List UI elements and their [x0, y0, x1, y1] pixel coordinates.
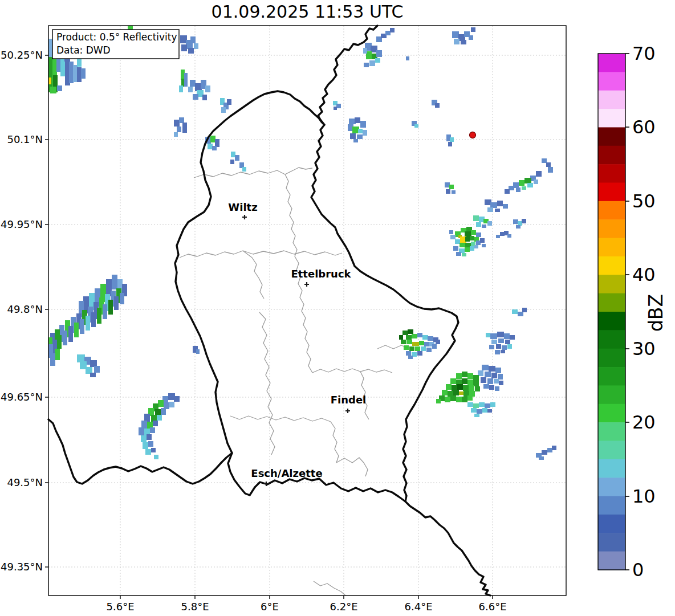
radar-cell	[507, 234, 511, 238]
colorbar-band	[598, 330, 625, 349]
radar-cell	[547, 448, 552, 452]
colorbar: 706050403020100 dBZ	[598, 43, 667, 581]
radar-cell	[534, 180, 538, 184]
radar-cell	[453, 246, 458, 251]
radar-cell	[242, 167, 246, 172]
radar-cell	[542, 450, 547, 455]
radar-cell	[474, 245, 478, 248]
colorbar-band	[598, 109, 625, 128]
radar-cell	[518, 312, 523, 316]
radar-cell	[446, 189, 450, 194]
radar-cell	[112, 275, 117, 289]
radar-cell	[462, 378, 467, 384]
radar-cell	[490, 402, 495, 407]
colorbar-band	[598, 478, 625, 496]
radar-cell	[81, 68, 86, 79]
radar-cell	[445, 182, 450, 187]
radar-cell	[355, 117, 360, 123]
radar-cell	[489, 345, 494, 349]
colorbar-band	[598, 91, 625, 109]
radar-cell	[235, 155, 239, 161]
radar-cell	[476, 222, 481, 227]
radar-cell	[55, 349, 60, 360]
colorbar-bands	[598, 54, 625, 570]
radar-cell	[57, 85, 62, 91]
radar-cell	[406, 340, 412, 344]
colorbar-band	[598, 164, 625, 183]
radar-cell	[467, 395, 473, 401]
lon-tick-label: 5.6°E	[107, 601, 135, 613]
radar-cell	[77, 354, 85, 362]
radar-cell	[376, 50, 382, 57]
radar-cell	[462, 253, 466, 256]
radar-cell	[450, 137, 454, 142]
radar-cell	[453, 390, 459, 395]
radar-cell	[417, 351, 422, 356]
radar-cell	[150, 427, 155, 433]
radar-cell	[202, 95, 207, 100]
lon-tick-label: 5.8°E	[181, 601, 209, 613]
radar-cell	[452, 31, 459, 38]
radar-cell	[465, 237, 470, 242]
radar-cell	[471, 27, 475, 32]
radar-cell	[482, 244, 486, 247]
radar-cell	[495, 350, 500, 354]
radar-cell	[494, 379, 499, 384]
radar-cell	[90, 373, 96, 377]
radar-cell	[114, 296, 119, 310]
radar-cell	[465, 247, 470, 252]
radar-cell	[428, 336, 433, 341]
radar-cell	[500, 232, 505, 236]
radar-cell	[495, 209, 500, 212]
radar-cell	[489, 366, 495, 372]
radar-cell	[483, 384, 489, 389]
radar-cell	[501, 350, 505, 353]
radar-cell	[446, 384, 452, 390]
radar-cell	[471, 408, 477, 413]
lat-tick-label: 50.25°N	[1, 49, 43, 61]
colorbar-band	[598, 256, 625, 275]
radar-cell	[516, 225, 521, 229]
radar-cell	[449, 230, 453, 234]
colorbar-band	[598, 293, 625, 312]
radar-cell	[457, 384, 463, 390]
radar-cell	[470, 236, 474, 240]
radar-cell	[519, 180, 524, 186]
radar-cell	[227, 99, 231, 105]
colorbar-band	[598, 385, 625, 404]
radar-cell	[50, 87, 56, 93]
radar-cell	[205, 85, 210, 92]
radar-cell	[184, 73, 188, 87]
radar-cell	[481, 377, 486, 383]
colorbar-band	[598, 219, 625, 238]
radar-cell	[467, 373, 473, 379]
radar-cell	[230, 160, 234, 164]
colorbar-band	[598, 459, 625, 478]
radar-cell	[456, 373, 462, 379]
radar-cell	[108, 300, 113, 315]
radar-cell	[513, 219, 518, 224]
radar-cell	[148, 441, 153, 447]
colorbar-band	[598, 183, 625, 202]
colorbar-tick-label: 30	[632, 338, 656, 360]
radar-cell	[426, 348, 432, 352]
radar-cell	[80, 319, 84, 334]
radar-cell	[181, 70, 185, 80]
radar-cell	[221, 107, 226, 113]
colorbar-band	[598, 275, 625, 293]
colorbar-band	[598, 404, 625, 423]
radar-cell	[421, 346, 426, 351]
colorbar-band	[598, 201, 625, 220]
colorbar-unit-label: dBZ	[645, 294, 667, 332]
radar-cell	[97, 308, 101, 324]
radar-cell	[161, 408, 166, 415]
radar-cell	[194, 43, 198, 49]
radar-cell	[462, 372, 467, 377]
radar-cell	[412, 342, 419, 346]
colorbar-band	[598, 422, 625, 441]
colorbar-band	[598, 146, 625, 165]
radar-cell	[336, 104, 341, 108]
radar-cell	[459, 391, 463, 395]
radar-cell	[495, 368, 501, 373]
radar-cell	[505, 340, 510, 344]
